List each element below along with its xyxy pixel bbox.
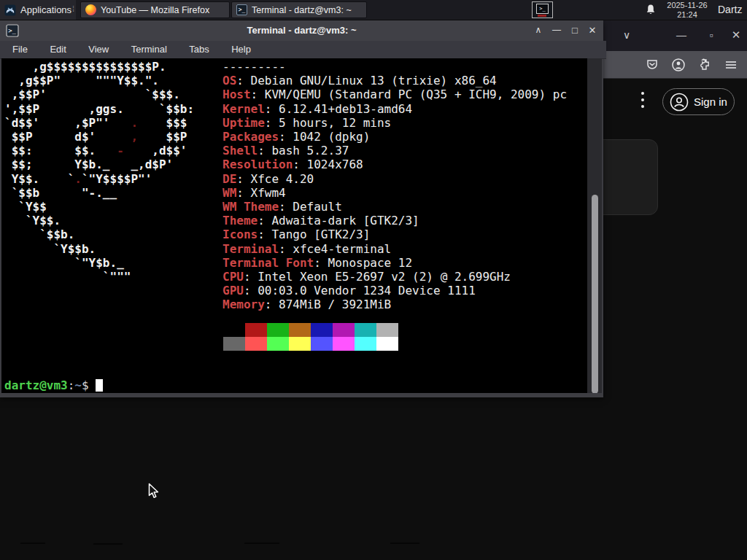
pocket-icon[interactable] [645,58,659,72]
neofetch-info-line: WM Theme: Default [222,200,567,214]
palette-row-1 [223,323,398,337]
workspace-mini-red-accent [538,15,546,17]
terminal-menubar: File Edit View Terminal Tabs Help [0,41,606,59]
applications-menu-label: Applications [20,4,71,15]
neofetch-info-line: CPU: Intel Xeon E5-2697 v2 (2) @ 2.699GH… [222,270,567,284]
taskbar-firefox-label: YouTube — Mozilla Firefox [101,5,209,15]
workspace-mini-window: >_ [536,4,549,14]
terminal-content[interactable]: . , - . ,g$$$$$$$$$$$$$$$P. ,g$$P" """Y$… [1,58,602,393]
neofetch-art: ,g$$$$$$$$$$$$$$$P. ,g$$P" """Y$$.". ,$$… [4,60,194,284]
neofetch-info-line: --------- [222,60,567,74]
signin-avatar-icon [670,93,689,112]
terminal-scrollbar-track[interactable] [587,58,602,393]
palette-swatch [289,337,311,351]
palette-swatch [311,337,333,351]
extensions-icon[interactable] [697,58,712,72]
desktop: ∨ — ▫ ✕ Sign in >_ [0,0,747,560]
mouse-cursor [148,483,160,502]
menu-help[interactable]: Help [222,41,260,58]
top-panel: Applications ⁞ YouTube — Mozilla Firefox… [0,0,747,20]
firefox-minimize-button[interactable]: — [672,20,691,51]
neofetch-info-line: Theme: Adwaita-dark [GTK2/3] [222,214,567,228]
terminal-cursor [96,379,103,392]
palette-swatch [333,323,355,337]
neofetch-info-line: GPU: 00:03.0 Vendor 1234 Device 1111 [222,284,567,298]
neofetch-info-line: Icons: Tango [GTK2/3] [222,228,567,241]
palette-swatch [333,337,355,351]
panel-user-label: Dartz [718,0,742,20]
neofetch-info: ---------OS: Debian GNU/Linux 13 (trixie… [222,60,567,312]
neofetch-info-line: WM: Xfwm4 [222,186,567,200]
palette-swatch [223,323,245,337]
terminal-titlebar[interactable]: >_ Terminal - dartz@vm3: ~ ∧ — □ ✕ [0,20,603,41]
neofetch-info-line: OS: Debian GNU/Linux 13 (trixie) x86_64 [222,74,567,88]
palette-swatch [245,337,267,351]
palette-row-2 [223,337,398,351]
terminal-window-title: Terminal - dartz@vm3: ~ [0,20,603,41]
minimize-button[interactable]: — [549,20,565,41]
neofetch-info-line: Host: KVM/QEMU (Standard PC (Q35 + ICH9,… [222,88,567,101]
neofetch-info-line: Packages: 1042 (dpkg) [222,130,567,144]
terminal-icon: >_ [236,4,247,15]
page-artifact [93,543,123,545]
firefox-icon [85,4,96,15]
menu-file[interactable]: File [3,41,37,58]
menu-terminal[interactable]: Terminal [122,41,177,58]
palette-swatch [289,323,311,337]
menu-edit[interactable]: Edit [40,41,75,58]
page-artifact [390,542,419,544]
applications-menu-button[interactable]: Applications [0,0,76,20]
palette-swatch [223,337,245,351]
neofetch-info-line: Resolution: 747x560 [222,158,567,171]
page-artifact [244,542,279,544]
page-artifact [20,542,45,544]
neofetch-info-line: Terminal Font: Monospace 12 [222,256,567,270]
taskbar-button-terminal[interactable]: >_ Terminal - dartz@vm3: ~ [231,1,367,18]
menu-tabs[interactable]: Tabs [179,41,218,58]
palette-swatch [376,323,398,337]
neofetch-info-line: Kernel: 6.12.41+deb13-amd64 [222,102,567,116]
workspace-switcher[interactable]: >_ [532,1,553,18]
palette-swatch [245,323,267,337]
palette-swatch [267,323,289,337]
firefox-close-button[interactable]: ✕ [727,20,746,51]
signin-button[interactable]: Sign in [662,88,735,115]
maximize-button[interactable]: □ [567,20,583,41]
firefox-titlebar: ∨ — ▫ ✕ [597,20,747,51]
clock-date: 2025-11-26 [661,1,713,10]
palette-swatch [355,337,376,351]
firefox-toolbar [597,51,747,79]
clock-time: 21:24 [661,10,713,20]
taskbar-button-firefox[interactable]: YouTube — Mozilla Firefox [80,1,230,18]
signin-label: Sign in [694,96,727,108]
neofetch-info-line: Terminal: xfce4-terminal [222,242,567,256]
prompt-user-host: dartz@vm3 [4,378,68,392]
palette-swatch [355,323,376,337]
terminal-window: >_ Terminal - dartz@vm3: ~ ∧ — □ ✕ File … [0,20,603,397]
shade-button[interactable]: ∧ [530,20,546,41]
terminal-scrollbar-thumb[interactable] [592,195,598,393]
taskbar-terminal-label: Terminal - dartz@vm3: ~ [252,5,352,15]
neofetch-info-line: Shell: bash 5.2.37 [222,144,567,158]
menu-view[interactable]: View [79,41,118,58]
firefox-maximize-button[interactable]: ▫ [702,20,721,51]
list-tabs-icon[interactable]: ∨ [617,20,636,51]
notification-bell-icon[interactable] [645,4,657,16]
menu-icon[interactable] [724,58,738,72]
panel-handle: ⁞ [72,0,74,20]
palette-swatch [311,323,333,337]
neofetch-info-line: Uptime: 5 hours, 12 mins [222,116,567,130]
prompt-path: ~ [74,378,82,392]
palette-swatch [376,337,398,351]
close-button[interactable]: ✕ [584,20,600,41]
palette-swatch [267,337,289,351]
neofetch-info-line: DE: Xfce 4.20 [222,172,567,186]
panel-clock[interactable]: 2025-11-26 21:24 [661,1,713,19]
more-options-kebab-icon[interactable] [639,92,646,114]
account-icon[interactable] [671,58,686,72]
applications-menu-icon [4,4,16,16]
shell-prompt: dartz@vm3:~$ [4,378,103,392]
neofetch-info-line: Memory: 874MiB / 3921MiB [222,298,567,311]
